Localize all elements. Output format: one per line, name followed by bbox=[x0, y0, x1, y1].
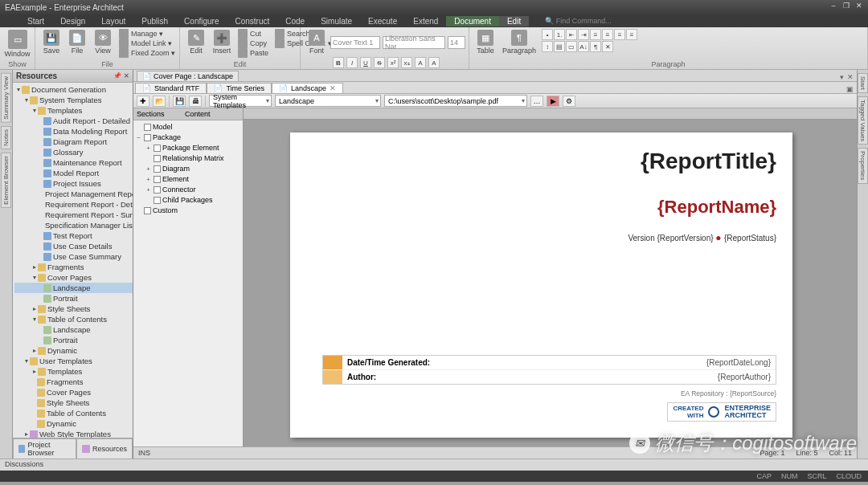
tab-project-browser[interactable]: Project Browser bbox=[13, 438, 76, 459]
copy-icon bbox=[238, 39, 248, 48]
document-page[interactable]: {ReportTitle} {ReportName} Version {Repo… bbox=[290, 132, 792, 438]
discussions-bar[interactable]: Discussions bbox=[0, 459, 868, 471]
author-value[interactable]: {ReportAuthor} bbox=[444, 370, 776, 384]
line-spacing-button[interactable]: ↕ bbox=[542, 41, 553, 52]
menu-edit[interactable]: Edit bbox=[499, 16, 529, 26]
sort-button[interactable]: A↓ bbox=[578, 41, 589, 52]
menu-configure[interactable]: Configure bbox=[176, 16, 227, 26]
dt-label: Date/Time Generated: bbox=[323, 356, 444, 369]
ribbon-copy[interactable]: Copy bbox=[236, 39, 270, 48]
report-name[interactable]: {ReportName} bbox=[322, 197, 776, 218]
dock-browser[interactable]: Element Browser bbox=[1, 153, 11, 208]
tab-expand-icon[interactable]: ▣ bbox=[846, 85, 854, 93]
font-style-combo[interactable]: Cover Text 1 bbox=[330, 36, 380, 49]
menu-publish[interactable]: Publish bbox=[133, 16, 176, 26]
menu-start[interactable]: Start bbox=[19, 16, 52, 26]
tab-landscape[interactable]: 📄Landscape✕ bbox=[272, 83, 343, 93]
tb-save[interactable]: 💾 bbox=[173, 96, 186, 107]
panel-close-icon[interactable]: ✕ bbox=[124, 72, 129, 79]
resources-panel: Resources📌✕ ▾Document Generation ▾System… bbox=[13, 70, 133, 459]
canvas[interactable]: {ReportTitle} {ReportName} Version {Repo… bbox=[244, 108, 857, 446]
numbering-button[interactable]: 1. bbox=[554, 29, 565, 40]
resources-tree[interactable]: ▾Document Generation ▾System Templates ▾… bbox=[13, 83, 133, 438]
status-cap: CAP bbox=[756, 472, 772, 480]
tab-resources[interactable]: Resources bbox=[76, 438, 133, 459]
ribbon-window[interactable]: ▭Window bbox=[5, 29, 30, 59]
menu-layout[interactable]: Layout bbox=[93, 16, 133, 26]
showmarks-button[interactable]: ¶ bbox=[590, 41, 601, 52]
tabrow-close-icon[interactable]: ✕ bbox=[847, 73, 854, 81]
superscript-button[interactable]: x² bbox=[387, 57, 399, 68]
tabrow-menu-icon[interactable]: ▾ bbox=[840, 73, 844, 81]
window-close[interactable]: ✕ bbox=[854, 1, 865, 10]
ribbon-manage[interactable]: Manage ▾ bbox=[117, 29, 177, 39]
panel-pin-icon[interactable]: 📌 bbox=[113, 72, 121, 79]
tb-options[interactable]: ⚙ bbox=[563, 96, 575, 107]
combo-path[interactable]: C:\users\scott\Desktop\sample.pdf bbox=[384, 95, 527, 107]
report-title[interactable]: {ReportTitle} bbox=[322, 149, 776, 174]
ribbon-cut[interactable]: Cut bbox=[236, 29, 270, 39]
tb-print[interactable]: 🖶 bbox=[189, 96, 202, 107]
align-center-button[interactable]: ≡ bbox=[602, 29, 613, 40]
bold-button[interactable]: B bbox=[333, 57, 344, 68]
strike-button[interactable]: S bbox=[374, 57, 385, 68]
dt-value[interactable]: {ReportDateLong} bbox=[444, 356, 776, 369]
pb-icon bbox=[18, 445, 25, 453]
clear-button[interactable]: ✕ bbox=[602, 41, 613, 52]
dock-tagged[interactable]: Tagged Values bbox=[858, 96, 868, 145]
combo-systpl[interactable]: System Templates bbox=[209, 95, 272, 107]
menu-extend[interactable]: Extend bbox=[405, 16, 446, 26]
menu-execute[interactable]: Execute bbox=[360, 16, 405, 26]
tab-close-icon[interactable]: ✕ bbox=[330, 84, 336, 92]
find-command[interactable]: Find Command... bbox=[545, 17, 612, 25]
ribbon-view[interactable]: 👁View bbox=[92, 29, 114, 55]
borders-button[interactable]: ▭ bbox=[566, 41, 577, 52]
ribbon-table[interactable]: ▦Table bbox=[474, 29, 497, 55]
menu-code[interactable]: Code bbox=[277, 16, 313, 26]
window-minimize[interactable]: – bbox=[828, 1, 839, 10]
dock-summary[interactable]: Summary View bbox=[1, 73, 11, 123]
menu-design[interactable]: Design bbox=[52, 16, 93, 26]
dock-start[interactable]: Start bbox=[858, 73, 868, 93]
dock-notes[interactable]: Notes bbox=[1, 126, 11, 149]
ribbon-paragraph[interactable]: ¶Paragraph bbox=[500, 29, 538, 55]
combo-landscape[interactable]: Landscape bbox=[275, 95, 381, 107]
info-table[interactable]: Date/Time Generated:{ReportDateLong} Aut… bbox=[322, 355, 776, 385]
shading-button[interactable]: ▤ bbox=[554, 41, 565, 52]
repository-line[interactable]: EA Repository : {ReportSource} bbox=[681, 389, 776, 397]
tab-standard-rtf[interactable]: 📄Standard RTF bbox=[135, 83, 207, 93]
menu-document[interactable]: Document bbox=[446, 16, 499, 26]
menu-simulate[interactable]: Simulate bbox=[313, 16, 360, 26]
tb-browse[interactable]: … bbox=[530, 96, 543, 107]
font-face-combo[interactable]: Liberation Sans Nar bbox=[383, 36, 445, 49]
tab-time-series[interactable]: 📄Time Series bbox=[207, 83, 272, 93]
italic-button[interactable]: I bbox=[346, 57, 358, 68]
ribbon-font[interactable]: AFont bbox=[305, 29, 328, 55]
dock-properties[interactable]: Properties bbox=[858, 148, 868, 183]
tb-new[interactable]: ✚ bbox=[137, 96, 149, 107]
sections-tree[interactable]: Model −Package +Package Element Relation… bbox=[133, 120, 243, 446]
ribbon-file[interactable]: 📄File bbox=[66, 29, 88, 55]
justify-button[interactable]: ≡ bbox=[626, 29, 637, 40]
indent-button[interactable]: ⇥ bbox=[578, 29, 589, 40]
font-size-combo[interactable]: 14 bbox=[448, 36, 465, 49]
menu-construct[interactable]: Construct bbox=[227, 16, 277, 26]
ribbon-edit[interactable]: ✎Edit bbox=[185, 29, 207, 55]
align-left-button[interactable]: ≡ bbox=[590, 29, 601, 40]
bullets-button[interactable]: • bbox=[542, 29, 553, 40]
ribbon-save[interactable]: 💾Save bbox=[40, 29, 63, 55]
ribbon-insert[interactable]: ➕Insert bbox=[211, 29, 233, 55]
align-right-button[interactable]: ≡ bbox=[614, 29, 625, 40]
breadcrumb[interactable]: 📄Cover Page : Landscape bbox=[137, 71, 239, 81]
window-maximize[interactable]: ❐ bbox=[841, 1, 852, 10]
fontcolor-button[interactable]: A bbox=[415, 57, 426, 68]
outdent-button[interactable]: ⇤ bbox=[566, 29, 577, 40]
subscript-button[interactable]: x₂ bbox=[401, 57, 412, 68]
tb-open[interactable]: 📂 bbox=[153, 96, 166, 107]
ribbon-paste[interactable]: Paste bbox=[236, 48, 270, 58]
report-version-line[interactable]: Version {ReportVersion} ● {ReportStatus} bbox=[322, 232, 776, 243]
highlight-button[interactable]: A bbox=[428, 57, 440, 68]
underline-button[interactable]: U bbox=[360, 57, 371, 68]
ribbon-modellink[interactable]: Model Link ▾ bbox=[117, 39, 177, 48]
tb-run[interactable]: ▶ bbox=[547, 96, 559, 107]
